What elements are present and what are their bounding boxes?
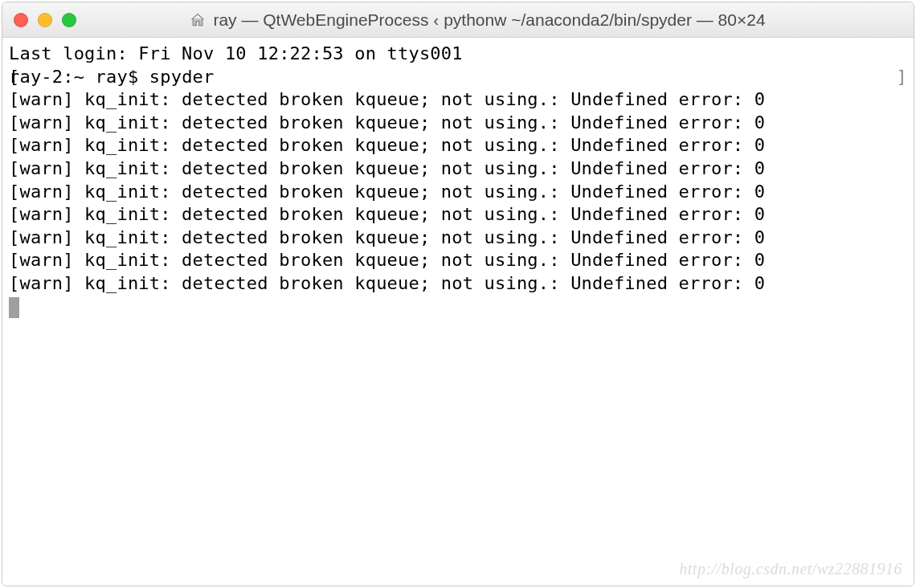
warn-line: [warn] kq_init: detected broken kqueue; … [9,88,907,112]
cursor-block [9,297,19,318]
home-icon [189,11,207,29]
bracket-right: ] [897,66,907,89]
warn-line: [warn] kq_init: detected broken kqueue; … [9,181,907,204]
command-text: spyder [149,67,215,87]
close-button[interactable] [14,13,28,27]
warn-line: [warn] kq_init: detected broken kqueue; … [9,227,907,250]
prompt-prefix: ray-2:~ ray$ [9,67,149,87]
warn-line: [warn] kq_init: detected broken kqueue; … [9,203,907,227]
cursor-line [9,296,907,321]
warn-line: [warn] kq_init: detected broken kqueue; … [9,249,907,272]
titlebar: ray — QtWebEngineProcess ‹ pythonw ~/ana… [2,2,914,38]
bracket-left: [ [9,66,19,89]
window-title: ray — QtWebEngineProcess ‹ pythonw ~/ana… [213,10,765,30]
warn-line: [warn] kq_init: detected broken kqueue; … [9,157,907,181]
warn-line: [warn] kq_init: detected broken kqueue; … [9,272,907,296]
warn-lines: [warn] kq_init: detected broken kqueue; … [9,88,907,295]
warn-line: [warn] kq_init: detected broken kqueue; … [9,112,907,135]
watermark-text: http://blog.csdn.net/wz22881916 [679,557,902,581]
warn-line: [warn] kq_init: detected broken kqueue; … [9,134,907,157]
last-login-line: Last login: Fri Nov 10 12:22:53 on ttys0… [9,43,907,66]
prompt-line: [ray-2:~ ray$ spyder] [9,66,907,89]
terminal-body[interactable]: Last login: Fri Nov 10 12:22:53 on ttys0… [2,38,914,586]
terminal-window: ray — QtWebEngineProcess ‹ pythonw ~/ana… [2,2,914,586]
title-content: ray — QtWebEngineProcess ‹ pythonw ~/ana… [41,10,914,30]
